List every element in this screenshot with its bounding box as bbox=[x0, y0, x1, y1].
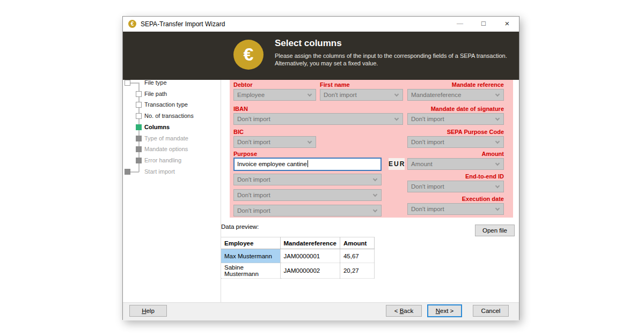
step-indicator bbox=[136, 136, 142, 141]
table-header-row: Employee Mandatereference Amount bbox=[221, 237, 374, 249]
window-title: SEPA-Transfer Import Wizard bbox=[141, 17, 225, 32]
bic-label: BIC bbox=[233, 129, 244, 135]
table-cell[interactable]: Sabine Mustermann bbox=[221, 263, 280, 279]
wizard-body: File type File path Transaction type No.… bbox=[123, 80, 519, 302]
table-row: Sabine Mustermann JAM0000002 20,27 bbox=[221, 263, 374, 279]
data-preview-table: Employee Mandatereference Amount Max Mus… bbox=[221, 237, 375, 279]
step-indicator bbox=[125, 169, 130, 175]
extra-column-select-2[interactable]: Don't import bbox=[233, 189, 382, 201]
purpose-label: Purpose bbox=[233, 151, 257, 157]
step-label: Error handling bbox=[144, 157, 181, 163]
sidebar-step-transaction-type[interactable]: Transaction type bbox=[123, 101, 221, 108]
table-cell[interactable]: JAM0000002 bbox=[280, 263, 340, 279]
help-button[interactable]: Help bbox=[129, 305, 167, 317]
currency-label: EUR bbox=[389, 158, 405, 170]
end-to-end-id-select[interactable]: Don't import bbox=[407, 181, 504, 192]
selected-value: Amount bbox=[408, 159, 503, 169]
step-label: File type bbox=[144, 79, 167, 86]
mandate-reference-select[interactable]: Mandatereference bbox=[407, 89, 504, 101]
cancel-button[interactable]: Cancel bbox=[473, 305, 509, 317]
close-button[interactable]: × bbox=[495, 17, 519, 32]
selected-value: Don't import bbox=[234, 190, 381, 200]
step-indicator bbox=[136, 102, 142, 108]
selected-value: Employee bbox=[234, 89, 316, 100]
wizard-window: € SEPA-Transfer Import Wizard — □ × € Se… bbox=[122, 16, 519, 320]
back-button[interactable]: < Back bbox=[386, 305, 422, 317]
step-indicator bbox=[136, 158, 142, 163]
first-name-select[interactable]: Don't import bbox=[320, 89, 403, 101]
selected-value: Don't import bbox=[408, 204, 503, 214]
step-indicator bbox=[136, 113, 142, 119]
selected-value: Don't import bbox=[234, 205, 381, 216]
sidebar-step-columns[interactable]: Columns bbox=[123, 124, 221, 131]
purpose-value: Invoice employee cantine bbox=[237, 161, 307, 167]
sidebar-step-no-of-transactions[interactable]: No. of transactions bbox=[123, 113, 221, 120]
table-cell[interactable]: 45,67 bbox=[340, 249, 374, 263]
selected-value: Don't import bbox=[408, 181, 503, 192]
sepa-purpose-code-select[interactable]: Don't import bbox=[407, 136, 504, 148]
selected-value: Don't import bbox=[408, 137, 503, 147]
euro-badge-icon: € bbox=[233, 40, 264, 70]
extra-column-select-3[interactable]: Don't import bbox=[233, 205, 382, 216]
next-button[interactable]: Next > bbox=[427, 304, 462, 317]
extra-column-select-1[interactable]: Don't import bbox=[233, 174, 382, 185]
step-label: No. of transactions bbox=[144, 113, 194, 119]
maximize-button[interactable]: □ bbox=[472, 17, 495, 32]
step-label: File path bbox=[144, 91, 167, 97]
selected-value: Don't import bbox=[234, 137, 316, 147]
selected-value: Don't import bbox=[408, 114, 503, 124]
table-cell[interactable]: JAM0000001 bbox=[280, 249, 340, 263]
step-description-line1: Please assign the columns of the input t… bbox=[275, 53, 507, 59]
table-cell-selected[interactable]: Max Mustermann bbox=[221, 249, 280, 263]
step-indicator bbox=[136, 124, 142, 130]
sidebar-step-start-import[interactable]: Start import bbox=[123, 168, 221, 175]
open-file-button[interactable]: Open file bbox=[475, 225, 515, 236]
sidebar-step-file-path[interactable]: File path bbox=[123, 91, 221, 98]
table-cell[interactable]: 20,27 bbox=[340, 263, 374, 279]
sidebar-step-mandate-options[interactable]: Mandate options bbox=[123, 146, 221, 153]
selected-value: Mandatereference bbox=[408, 89, 503, 100]
step-indicator bbox=[125, 80, 130, 86]
mandate-reference-label: Mandate reference bbox=[452, 81, 504, 88]
step-title: Select columns bbox=[275, 38, 342, 49]
column-mapping-panel: Debtor Employee First name Don't import … bbox=[230, 80, 513, 218]
sepa-purpose-code-label: SEPA Purpose Code bbox=[447, 129, 504, 135]
debtor-label: Debtor bbox=[233, 81, 252, 88]
step-description-line2: Alternatively, you may set a fixed value… bbox=[275, 60, 378, 66]
column-header-employee: Employee bbox=[221, 237, 280, 249]
minimize-button[interactable]: — bbox=[448, 17, 472, 32]
purpose-input[interactable]: Invoice employee cantine bbox=[233, 158, 382, 171]
first-name-label: First name bbox=[320, 81, 350, 88]
table-row: Max Mustermann JAM0000001 45,67 bbox=[221, 249, 374, 263]
step-indicator bbox=[136, 146, 142, 152]
desktop-background: € SEPA-Transfer Import Wizard — □ × € Se… bbox=[0, 0, 644, 336]
selected-value: Don't import bbox=[320, 89, 402, 100]
execution-date-label: Execution date bbox=[462, 196, 504, 202]
selected-value: Don't import bbox=[234, 114, 402, 124]
sidebar-step-type-of-mandate[interactable]: Type of mandate bbox=[123, 135, 221, 142]
step-label: Type of mandate bbox=[144, 135, 188, 141]
mandate-date-of-signature-select[interactable]: Don't import bbox=[407, 113, 504, 125]
step-label: Columns bbox=[144, 124, 170, 130]
sidebar-step-file-type[interactable]: File type bbox=[123, 79, 221, 86]
execution-date-select[interactable]: Don't import bbox=[407, 203, 504, 215]
step-indicator bbox=[136, 91, 142, 97]
step-label: Mandate options bbox=[144, 146, 188, 152]
amount-label: Amount bbox=[481, 151, 504, 157]
bic-select[interactable]: Don't import bbox=[233, 136, 316, 148]
mandate-date-of-signature-label: Mandate date of signature bbox=[431, 106, 504, 112]
text-cursor bbox=[308, 160, 308, 167]
data-preview-label: Data preview: bbox=[221, 223, 259, 230]
debtor-select[interactable]: Employee bbox=[233, 89, 316, 101]
amount-select[interactable]: Amount bbox=[407, 158, 504, 170]
step-label: Transaction type bbox=[144, 101, 188, 108]
sidebar-step-error-handling[interactable]: Error handling bbox=[123, 157, 221, 164]
iban-label: IBAN bbox=[233, 106, 248, 112]
column-header-amount: Amount bbox=[340, 237, 374, 249]
step-label: Start import bbox=[144, 168, 175, 175]
titlebar[interactable]: € SEPA-Transfer Import Wizard — □ × bbox=[123, 17, 519, 32]
end-to-end-id-label: End-to-end ID bbox=[465, 173, 504, 180]
footer-bar: Help < Back Next > Cancel bbox=[123, 302, 519, 320]
column-header-mandatereference: Mandatereference bbox=[280, 237, 340, 249]
iban-select[interactable]: Don't import bbox=[233, 113, 403, 125]
